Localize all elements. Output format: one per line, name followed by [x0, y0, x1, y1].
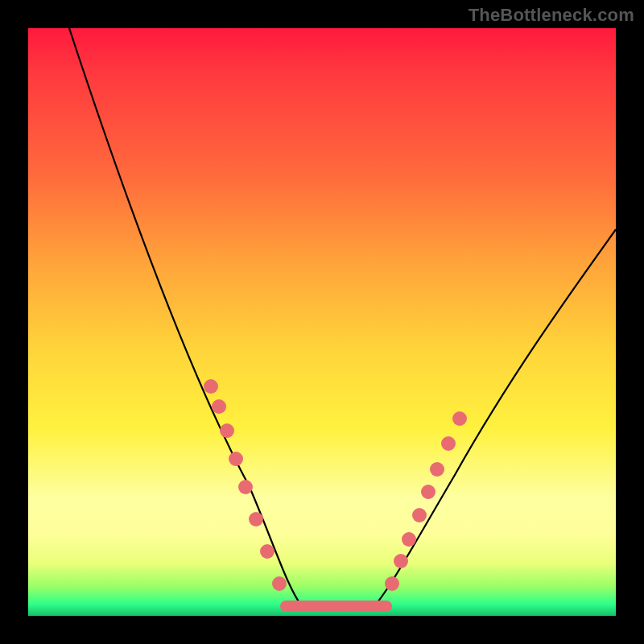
svg-point-8 [385, 576, 399, 591]
svg-point-7 [272, 576, 287, 591]
watermark-text: TheBottleneck.com [469, 5, 634, 26]
svg-point-2 [220, 423, 234, 438]
svg-point-0 [204, 379, 218, 394]
plot-area [28, 28, 616, 616]
chart-svg [28, 28, 616, 616]
svg-point-10 [402, 532, 416, 547]
svg-point-12 [421, 485, 436, 499]
svg-point-9 [394, 554, 408, 568]
v-curve [69, 28, 616, 606]
svg-point-1 [212, 399, 226, 414]
svg-point-11 [412, 508, 427, 522]
svg-point-4 [238, 480, 253, 494]
markers-right [385, 411, 467, 591]
svg-point-14 [441, 436, 456, 451]
svg-point-13 [430, 462, 444, 477]
chart-frame: TheBottleneck.com [0, 0, 644, 644]
svg-point-6 [260, 544, 275, 559]
svg-point-3 [229, 452, 243, 466]
markers-left [204, 379, 287, 591]
svg-point-5 [249, 512, 263, 526]
svg-point-15 [452, 411, 467, 426]
